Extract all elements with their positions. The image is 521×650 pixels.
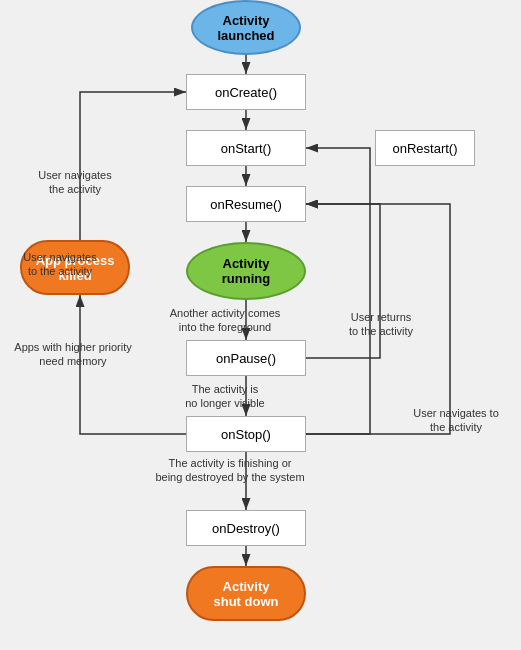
on-restart-label: onRestart() bbox=[392, 141, 457, 156]
activity-launched-label: Activity launched bbox=[217, 13, 274, 43]
user-navigates-away-label: User navigates the activity bbox=[15, 168, 135, 197]
on-create-node: onCreate() bbox=[186, 74, 306, 110]
user-navigates-to2-label: User navigates to the activity bbox=[10, 250, 110, 279]
another-activity-label: Another activity comes into the foregrou… bbox=[155, 306, 295, 335]
activity-no-longer-label: The activity is no longer visible bbox=[155, 382, 295, 411]
activity-launched-node: Activity launched bbox=[191, 0, 301, 55]
on-restart-node: onRestart() bbox=[375, 130, 475, 166]
on-destroy-node: onDestroy() bbox=[186, 510, 306, 546]
on-start-label: onStart() bbox=[221, 141, 272, 156]
on-create-label: onCreate() bbox=[215, 85, 277, 100]
activity-lifecycle-diagram: Activity launched onCreate() onStart() o… bbox=[0, 0, 521, 650]
on-start-node: onStart() bbox=[186, 130, 306, 166]
on-resume-node: onResume() bbox=[186, 186, 306, 222]
finishing-destroyed-label: The activity is finishing or being destr… bbox=[130, 456, 330, 485]
on-stop-node: onStop() bbox=[186, 416, 306, 452]
activity-shutdown-node: Activity shut down bbox=[186, 566, 306, 621]
user-returns-label: User returns to the activity bbox=[336, 310, 426, 339]
on-resume-label: onResume() bbox=[210, 197, 282, 212]
user-navigates-to1-label: User navigates to the activity bbox=[406, 406, 506, 435]
on-pause-node: onPause() bbox=[186, 340, 306, 376]
activity-running-label: Activity running bbox=[222, 256, 270, 286]
apps-higher-priority-label: Apps with higher priority need memory bbox=[8, 340, 138, 369]
on-stop-label: onStop() bbox=[221, 427, 271, 442]
activity-shutdown-label: Activity shut down bbox=[214, 579, 279, 609]
on-destroy-label: onDestroy() bbox=[212, 521, 280, 536]
on-pause-label: onPause() bbox=[216, 351, 276, 366]
activity-running-node: Activity running bbox=[186, 242, 306, 300]
